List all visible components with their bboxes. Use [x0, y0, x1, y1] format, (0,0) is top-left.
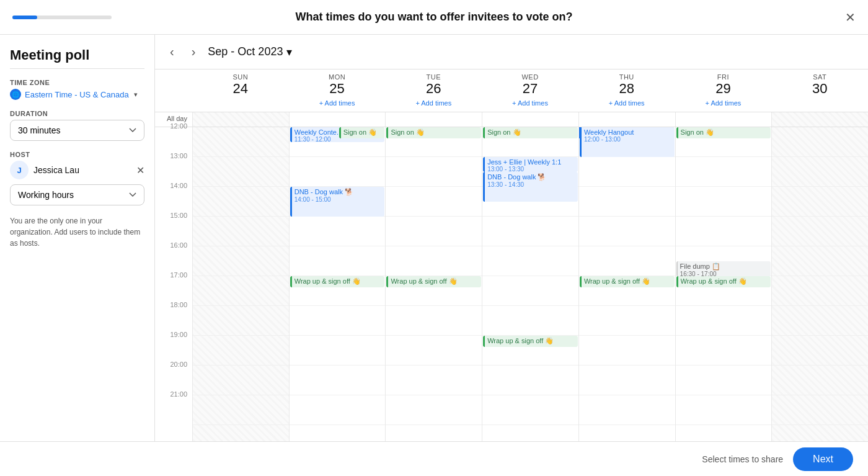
- progress-bar-fill: [12, 16, 37, 19]
- day-num-sat: 30: [771, 81, 868, 97]
- host-row: J Jessica Lau ✕: [10, 161, 144, 179]
- avatar: J: [10, 161, 29, 179]
- day-col-sat: SAT 30: [771, 70, 868, 112]
- day-col-tue: TUE 26 + Add times: [385, 70, 482, 112]
- close-button[interactable]: ✕: [845, 10, 856, 25]
- sidebar-title: Meeting poll: [10, 47, 144, 69]
- time-1200: 12:00: [155, 122, 192, 152]
- event-wrapup-fri[interactable]: Wrap up & sign off 👋: [676, 276, 771, 287]
- timezone-section: TIME ZONE 🌐 Eastern Time - US & Canada ▾: [10, 79, 144, 100]
- day-name-mon: MON: [289, 73, 386, 81]
- day-name-sat: SAT: [771, 73, 868, 81]
- event-sign-on-tue[interactable]: Sign on 👋: [386, 127, 481, 138]
- day-headers: SUN 24 MON 25 + Add times TUE 26 + Add t…: [155, 70, 868, 112]
- day-col-wed: WED 27 + Add times: [482, 70, 578, 112]
- time-1300: 13:00: [155, 152, 192, 182]
- day-name-fri: FRI: [675, 73, 772, 81]
- time-1500: 15:00: [155, 212, 192, 241]
- next-nav-button[interactable]: ›: [187, 42, 201, 61]
- add-times-tue[interactable]: + Add times: [415, 98, 451, 108]
- event-jess-ellie[interactable]: Jess + Ellie | Weekly 1:1 13:00 - 13:30: [483, 157, 578, 172]
- time-1600: 16:00: [155, 241, 192, 271]
- working-hours-select[interactable]: Working hours: [10, 184, 144, 205]
- duration-select[interactable]: 30 minutes: [10, 120, 144, 141]
- day-num-wed: 27: [482, 81, 578, 97]
- event-sign-on-mon[interactable]: Sign on 👋: [339, 127, 385, 138]
- day-col-thu: THU 28 + Add times: [578, 70, 675, 112]
- add-times-thu[interactable]: + Add times: [609, 98, 645, 108]
- select-times-label: Select times to share: [702, 454, 783, 464]
- event-wrapup-wed[interactable]: Wrap up & sign off 👋: [483, 336, 578, 347]
- timezone-row[interactable]: 🌐 Eastern Time - US & Canada ▾: [10, 89, 144, 100]
- sidebar: Meeting poll TIME ZONE 🌐 Eastern Time - …: [0, 35, 155, 441]
- time-1800: 18:00: [155, 301, 192, 331]
- event-dnb-wed[interactable]: DNB - Dog walk 🐕 13:30 - 14:30: [483, 172, 578, 202]
- month-label[interactable]: Sep - Oct 2023 ▾: [208, 45, 292, 59]
- host-section: Host J Jessica Lau ✕ Working hours: [10, 151, 144, 205]
- timezone-section-label: TIME ZONE: [10, 79, 144, 86]
- calendar-grid: All day 12:00 13:00 14:00 15:00: [155, 112, 868, 441]
- day-col-sun: SUN 24: [192, 70, 289, 112]
- event-wrapup-mon[interactable]: Wrap up & sign off 👋: [290, 276, 385, 287]
- host-name: Jessica Lau: [33, 165, 131, 175]
- time-1400: 14:00: [155, 182, 192, 212]
- event-file-dump[interactable]: File dump 📋 16:30 - 17:00: [676, 261, 771, 276]
- globe-icon: 🌐: [10, 89, 21, 100]
- all-day-cells: [192, 112, 868, 127]
- prev-button[interactable]: ‹: [165, 42, 179, 61]
- day-name-thu: THU: [578, 73, 675, 81]
- col-sat: [771, 127, 868, 441]
- host-label: Host: [10, 151, 144, 158]
- time-grid: 12:00 13:00 14:00 15:00 16:00 17:00 18:0…: [155, 127, 868, 441]
- calendar-header: ‹ › Sep - Oct 2023 ▾: [155, 35, 868, 70]
- col-thu: Sign on 👋 Weekly Hangout 12:00 - 13:00 W…: [578, 127, 675, 441]
- col-tue: Sign on 👋 Wrap up & sign off 👋: [385, 127, 482, 441]
- time-1900: 19:00: [155, 331, 192, 361]
- day-num-mon: 25: [289, 81, 386, 97]
- event-weekly-hangout[interactable]: Weekly Hangout 12:00 - 13:00: [580, 127, 675, 157]
- day-num-tue: 26: [385, 81, 482, 97]
- day-col-mon: MON 25 + Add times: [289, 70, 386, 112]
- time-2100: 21:00: [155, 390, 192, 420]
- all-day-wed: [482, 112, 578, 127]
- col-wed: Sign on 👋 Jess + Ellie | Weekly 1:1 13:0…: [482, 127, 578, 441]
- all-day-tue: [385, 112, 482, 127]
- day-num-fri: 29: [675, 81, 772, 97]
- days-grid: Weekly Conte... 11:30 - 12:00 Sign on 👋 …: [192, 127, 868, 441]
- timezone-dropdown-arrow: ▾: [134, 91, 138, 99]
- month-dropdown-icon: ▾: [286, 45, 292, 59]
- all-day-mon: [289, 112, 386, 127]
- event-wrapup-tue[interactable]: Wrap up & sign off 👋: [386, 276, 481, 287]
- all-day-sat: [771, 112, 868, 127]
- add-times-mon[interactable]: + Add times: [319, 98, 355, 108]
- all-day-thu: [578, 112, 675, 127]
- all-day-fri: [675, 112, 772, 127]
- host-remove-button[interactable]: ✕: [136, 164, 144, 176]
- add-times-fri[interactable]: + Add times: [706, 98, 742, 108]
- day-col-fri: FRI 29 + Add times: [675, 70, 772, 112]
- add-times-wed[interactable]: + Add times: [512, 98, 548, 108]
- time-gutter-head: [155, 70, 192, 112]
- progress-bar-wrap: [12, 16, 112, 19]
- event-sign-on-fri[interactable]: Sign on 👋: [676, 127, 771, 138]
- col-sun: [192, 127, 289, 441]
- event-sign-on-wed[interactable]: Sign on 👋: [483, 127, 578, 138]
- time-col: 12:00 13:00 14:00 15:00 16:00 17:00 18:0…: [155, 127, 192, 441]
- day-name-tue: TUE: [385, 73, 482, 81]
- time-1700: 17:00: [155, 271, 192, 301]
- day-num-sun: 24: [192, 81, 289, 97]
- all-day-sun: [192, 112, 289, 127]
- top-bar: What times do you want to offer invitees…: [0, 0, 868, 35]
- duration-label: Duration: [10, 110, 144, 117]
- col-fri: Sign on 👋 File dump 📋 16:30 - 17:00 Wrap…: [675, 127, 772, 441]
- org-note: You are the only one in your organizatio…: [10, 215, 144, 249]
- day-num-thu: 28: [578, 81, 675, 97]
- event-wrapup-thu[interactable]: Wrap up & sign off 👋: [580, 276, 675, 287]
- all-day-row: All day: [155, 112, 868, 127]
- next-button[interactable]: Next: [793, 447, 853, 471]
- col-mon: Weekly Conte... 11:30 - 12:00 Sign on 👋 …: [289, 127, 386, 441]
- day-name-wed: WED: [482, 73, 578, 81]
- timezone-value: Eastern Time - US & Canada: [25, 90, 129, 99]
- event-dnb-mon[interactable]: DNB - Dog walk 🐕 14:00 - 15:00: [290, 187, 385, 217]
- duration-section: Duration 30 minutes: [10, 110, 144, 141]
